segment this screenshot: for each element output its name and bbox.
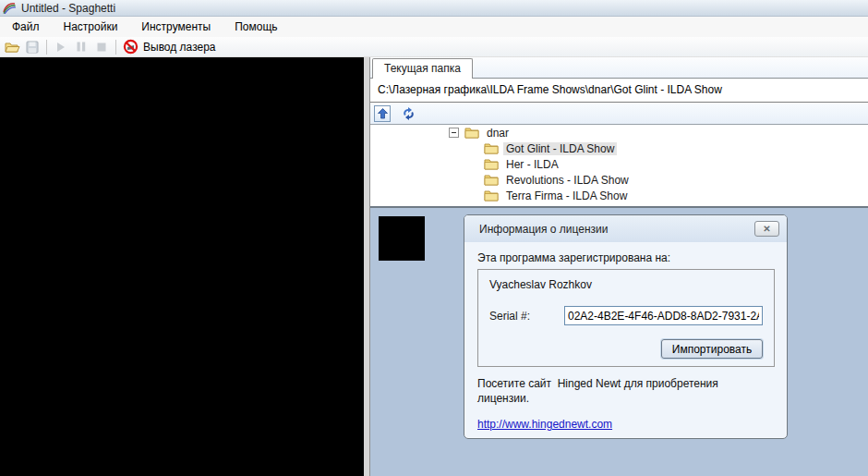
serial-input[interactable] [564, 306, 763, 325]
pause-button[interactable] [71, 38, 91, 56]
title-bar: Untitled - Spaghetti [0, 0, 868, 17]
laser-off-icon [123, 39, 139, 55]
folder-tree: dnar Got Glint - ILDA Show Her - ILDA [370, 125, 868, 206]
laser-output-label: Вывод лазера [143, 41, 216, 54]
license-groupbox: Vyacheslav Rozhkov Serial #: Импортирова… [477, 269, 775, 367]
tree-node-label[interactable]: Her - ILDA [503, 158, 561, 171]
arrow-up-icon [378, 108, 388, 119]
tree-node-root[interactable]: dnar [370, 125, 868, 140]
main-content: Текущая папка C:\Лазерная графика\ILDA F… [0, 57, 868, 476]
tree-node[interactable]: Terra Firma - ILDA Show [370, 188, 868, 203]
dialog-close-button[interactable]: ✕ [754, 221, 779, 237]
vertical-splitter[interactable] [364, 57, 370, 476]
serial-row: Serial #: [489, 306, 763, 325]
refresh-button[interactable] [400, 105, 416, 122]
tree-node[interactable]: Got Glint - ILDA Show [370, 140, 868, 156]
tree-node-label-selected[interactable]: Got Glint - ILDA Show [503, 142, 617, 155]
menu-tools[interactable]: Инструменты [129, 17, 223, 37]
save-icon [26, 41, 39, 54]
folder-up-button[interactable] [374, 105, 391, 122]
dialog-title-bar[interactable]: Информация о лицензии ✕ [464, 215, 787, 242]
license-dialog: Информация о лицензии ✕ Эта программа за… [464, 214, 788, 439]
tree-node-label[interactable]: dnar [484, 127, 512, 140]
laser-output-button[interactable] [120, 38, 140, 56]
toolbar-separator [115, 40, 116, 55]
menu-help[interactable]: Помощь [223, 17, 289, 37]
stop-button[interactable] [91, 38, 112, 56]
thumbnail-preview [379, 216, 425, 261]
serial-label: Serial #: [489, 310, 564, 323]
open-folder-icon [5, 41, 20, 54]
folder-icon [484, 189, 499, 201]
menu-file[interactable]: Файл [0, 17, 52, 37]
preview-panel: Информация о лицензии ✕ Эта программа за… [370, 206, 868, 476]
app-icon [3, 2, 16, 14]
window-title: Untitled - Spaghetti [21, 2, 115, 15]
pause-icon [77, 42, 86, 52]
toolbar-separator [46, 40, 47, 55]
current-path: C:\Лазерная графика\ILDA Frame Shows\dna… [370, 79, 868, 103]
tree-node[interactable]: Revolutions - ILDA Show [370, 172, 868, 188]
play-icon [55, 42, 66, 53]
collapse-icon[interactable] [449, 128, 459, 138]
folder-icon [484, 142, 499, 154]
hingednewt-link[interactable]: http://www.hingednewt.com [477, 418, 612, 431]
app-window: Untitled - Spaghetti Файл Настройки Инст… [0, 0, 868, 476]
tab-strip: Текущая папка [370, 57, 868, 79]
laser-preview-canvas[interactable] [0, 57, 364, 476]
menu-bar: Файл Настройки Инструменты Помощь [0, 17, 868, 37]
tree-node[interactable]: Her - ILDA [370, 156, 868, 172]
dialog-title: Информация о лицензии [479, 223, 608, 236]
dialog-body: Эта программа зарегистрирована на: Vyach… [464, 242, 787, 431]
folder-toolbar [370, 103, 868, 125]
save-button[interactable] [22, 38, 42, 56]
toolbar: Вывод лазера [0, 37, 868, 57]
registered-to-label: Эта программа зарегистрирована на: [477, 251, 775, 264]
play-button[interactable] [51, 38, 71, 56]
tab-current-folder[interactable]: Текущая папка [372, 58, 473, 79]
menu-settings[interactable]: Настройки [52, 17, 130, 37]
visit-site-text: Посетите сайт Hinged Newt для приобретен… [477, 376, 754, 406]
tree-node-label[interactable]: Revolutions - ILDA Show [503, 174, 632, 187]
open-folder-button[interactable] [2, 38, 22, 56]
browser-panel: Текущая папка C:\Лазерная графика\ILDA F… [370, 57, 868, 476]
import-button[interactable]: Импортировать [661, 339, 763, 359]
refresh-icon [402, 107, 416, 120]
folder-icon [464, 127, 479, 139]
folder-icon [484, 174, 499, 186]
tree-node-label[interactable]: Terra Firma - ILDA Show [503, 189, 630, 202]
registered-name: Vyacheslav Rozhkov [489, 278, 763, 291]
folder-icon [484, 158, 499, 170]
stop-icon [97, 43, 106, 52]
